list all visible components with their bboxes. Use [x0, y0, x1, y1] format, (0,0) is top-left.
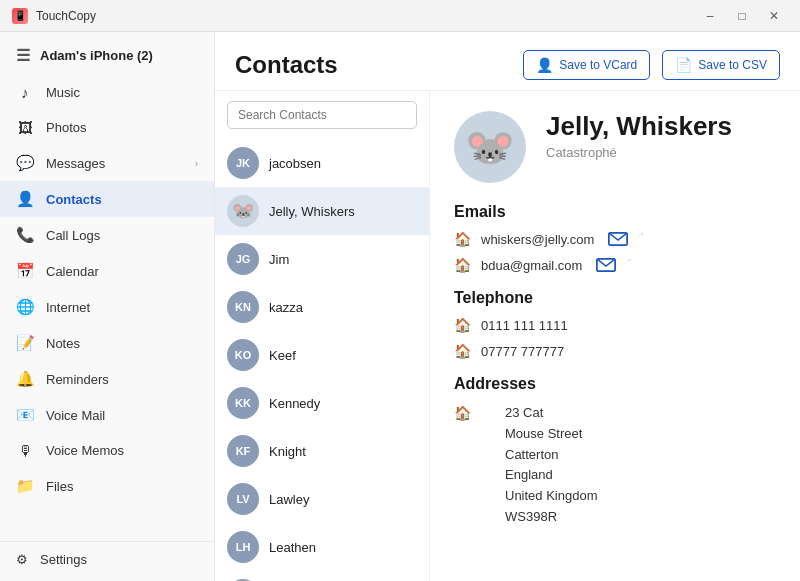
sidebar-item-photos[interactable]: 🖼 Photos	[0, 110, 214, 145]
sidebar-item-settings[interactable]: ⚙ Settings	[0, 541, 214, 581]
device-label: ☰ Adam's iPhone (2)	[0, 32, 214, 75]
list-item[interactable]: KK Kennedy	[215, 379, 429, 427]
contact-detail: 🐭 Jelly, Whiskers Catastrophé Emails 🏠 w…	[430, 91, 800, 581]
header-actions: 👤 Save to VCard 📄 Save to CSV	[523, 50, 780, 80]
phone-icon-2: 🏠	[454, 343, 471, 359]
sidebar-item-reminders[interactable]: 🔔 Reminders	[0, 361, 214, 397]
sidebar-nav: ♪ Music 🖼 Photos 💬 Messages › 👤 Contacts…	[0, 75, 214, 541]
contact-avatar: LV	[227, 483, 259, 515]
sidebar-label-internet: Internet	[46, 300, 90, 315]
sidebar-label-messages: Messages	[46, 156, 105, 171]
sidebar-label-voice-mail: Voice Mail	[46, 408, 105, 423]
sidebar-item-contacts[interactable]: 👤 Contacts	[0, 181, 214, 217]
app-body: ☰ Adam's iPhone (2) ♪ Music 🖼 Photos 💬 M…	[0, 32, 800, 581]
address-line: Mouse Street	[505, 424, 598, 445]
contact-name: Keef	[269, 348, 296, 363]
sidebar-label-photos: Photos	[46, 120, 86, 135]
gear-icon: ⚙	[16, 552, 28, 567]
address-line: United Kingdom	[505, 486, 598, 507]
window-controls: – □ ✕	[696, 2, 788, 30]
contact-avatar: JG	[227, 243, 259, 275]
app-title: TouchCopy	[36, 9, 696, 23]
voice-mail-icon: 📧	[16, 406, 34, 424]
detail-avatar: 🐭	[454, 111, 526, 183]
titlebar: 📱 TouchCopy – □ ✕	[0, 0, 800, 32]
sidebar-label-music: Music	[46, 85, 80, 100]
contact-name: Jelly, Whiskers	[269, 204, 355, 219]
contacts-body: JK jacobsen 🐭 Jelly, Whiskers JG Jim KN …	[215, 91, 800, 581]
reminders-icon: 🔔	[16, 370, 34, 388]
list-item[interactable]: LV Lawley	[215, 475, 429, 523]
page-title: Contacts	[235, 51, 523, 79]
contact-name: Leathen	[269, 540, 316, 555]
list-item[interactable]: LM Lloyd	[215, 571, 429, 581]
contact-avatar: KK	[227, 387, 259, 419]
sidebar-item-music[interactable]: ♪ Music	[0, 75, 214, 110]
email-value-2: bdua@gmail.com	[481, 258, 582, 273]
sidebar-item-voice-mail[interactable]: 📧 Voice Mail	[0, 397, 214, 433]
address-line: Catterton	[505, 445, 598, 466]
contact-name: Jim	[269, 252, 289, 267]
list-item[interactable]: JK jacobsen	[215, 139, 429, 187]
address-row-1: 🏠 23 CatMouse StreetCattertonEnglandUnit…	[454, 403, 776, 528]
search-input[interactable]	[227, 101, 417, 129]
contact-name: kazza	[269, 300, 303, 315]
sidebar-label-reminders: Reminders	[46, 372, 109, 387]
phone-value-2: 07777 777777	[481, 344, 564, 359]
telephone-section-title: Telephone	[454, 289, 776, 307]
sidebar-item-notes[interactable]: 📝 Notes	[0, 325, 214, 361]
address-line: England	[505, 465, 598, 486]
address-icon: 🏠	[454, 405, 471, 421]
contacts-icon: 👤	[16, 190, 34, 208]
email-link-2[interactable]	[596, 258, 616, 272]
detail-header: 🐭 Jelly, Whiskers Catastrophé	[454, 111, 776, 183]
contact-avatar: LH	[227, 531, 259, 563]
sidebar-label-notes: Notes	[46, 336, 80, 351]
messages-icon: 💬	[16, 154, 34, 172]
list-item[interactable]: KF Knight	[215, 427, 429, 475]
contact-avatar: JK	[227, 147, 259, 179]
save-to-csv-button[interactable]: 📄 Save to CSV	[662, 50, 780, 80]
addresses-section-title: Addresses	[454, 375, 776, 393]
maximize-button[interactable]: □	[728, 2, 756, 30]
music-icon: ♪	[16, 84, 34, 101]
sidebar-label-voice-memos: Voice Memos	[46, 443, 124, 458]
address-line: WS398R	[505, 507, 598, 528]
sidebar-label-contacts: Contacts	[46, 192, 102, 207]
contact-name: Kennedy	[269, 396, 320, 411]
detail-name: Jelly, Whiskers	[546, 111, 732, 142]
list-item[interactable]: KO Keef	[215, 331, 429, 379]
notes-icon: 📝	[16, 334, 34, 352]
sidebar-item-messages[interactable]: 💬 Messages ›	[0, 145, 214, 181]
minimize-button[interactable]: –	[696, 2, 724, 30]
contact-name: Lawley	[269, 492, 309, 507]
list-item[interactable]: JG Jim	[215, 235, 429, 283]
app-icon: 📱	[12, 8, 28, 24]
contact-list-pane: JK jacobsen 🐭 Jelly, Whiskers JG Jim KN …	[215, 91, 430, 581]
sidebar-item-files[interactable]: 📁 Files	[0, 468, 214, 504]
call-logs-icon: 📞	[16, 226, 34, 244]
list-item[interactable]: 🐭 Jelly, Whiskers	[215, 187, 429, 235]
phone-icon-1: 🏠	[454, 317, 471, 333]
sidebar-item-calendar[interactable]: 📅 Calendar	[0, 253, 214, 289]
sidebar-item-call-logs[interactable]: 📞 Call Logs	[0, 217, 214, 253]
voice-memos-icon: 🎙	[16, 442, 34, 459]
sidebar: ☰ Adam's iPhone (2) ♪ Music 🖼 Photos 💬 M…	[0, 32, 215, 581]
email-value-1: whiskers@jelly.com	[481, 232, 594, 247]
sidebar-item-voice-memos[interactable]: 🎙 Voice Memos	[0, 433, 214, 468]
address-block: 23 CatMouse StreetCattertonEnglandUnited…	[505, 403, 598, 528]
close-button[interactable]: ✕	[760, 2, 788, 30]
list-item[interactable]: KN kazza	[215, 283, 429, 331]
content-header: Contacts 👤 Save to VCard 📄 Save to CSV	[215, 32, 800, 91]
email-icon-2: 🏠	[454, 257, 471, 273]
emails-section-title: Emails	[454, 203, 776, 221]
sidebar-item-internet[interactable]: 🌐 Internet	[0, 289, 214, 325]
main-content: Contacts 👤 Save to VCard 📄 Save to CSV	[215, 32, 800, 581]
email-row-1: 🏠 whiskers@jelly.com	[454, 231, 776, 247]
email-link-1[interactable]	[608, 232, 628, 246]
contact-avatar: 🐭	[227, 195, 259, 227]
list-item[interactable]: LH Leathen	[215, 523, 429, 571]
vcard-icon: 👤	[536, 57, 553, 73]
hamburger-icon[interactable]: ☰	[16, 46, 30, 65]
save-to-vcard-button[interactable]: 👤 Save to VCard	[523, 50, 650, 80]
